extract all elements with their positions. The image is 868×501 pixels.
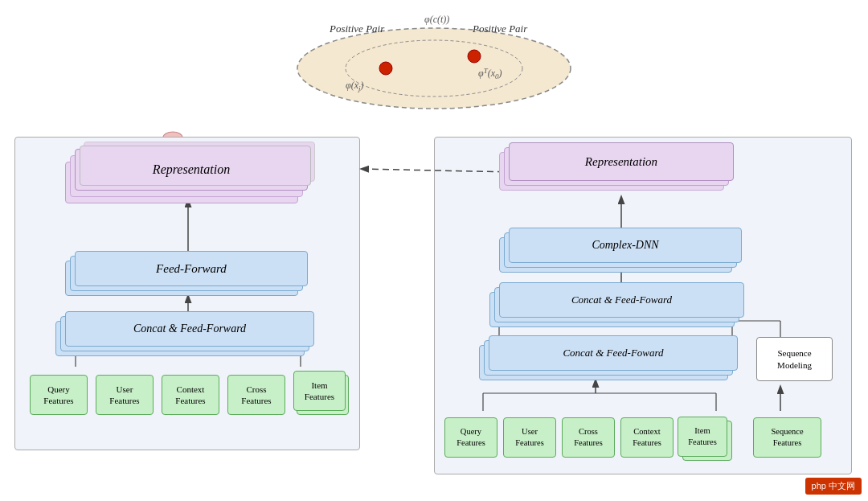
svg-text:φT(x0): φT(x0) xyxy=(478,67,502,80)
right-concat-ff-top-label: Concat & Feed-Foward xyxy=(571,294,672,306)
right-concat-ff-bottom-label: Concat & Feed-Foward xyxy=(563,347,663,359)
right-cross-features: CrossFeatures xyxy=(574,426,603,448)
watermark: php 中文网 xyxy=(805,478,862,495)
right-sequence-features: Sequence Features xyxy=(759,426,816,448)
right-query-features: QueryFeatures xyxy=(457,426,485,448)
right-item-features: ItemFeatures xyxy=(688,425,717,447)
right-representation-label: Representation xyxy=(585,155,657,169)
svg-point-2 xyxy=(379,62,392,75)
svg-text:Positive Pair: Positive Pair xyxy=(472,23,528,35)
left-user-features: UserFeatures xyxy=(109,384,139,407)
svg-point-3 xyxy=(468,50,481,63)
left-diagram-box: Representation Feed-Forward Concat & Fee… xyxy=(14,137,360,450)
left-concat-ff-label: Concat & Feed-Forward xyxy=(133,322,246,335)
svg-text:φ(c(t)): φ(c(t)) xyxy=(424,14,449,25)
left-representation-label: Representation xyxy=(153,162,230,177)
right-diagram-box: Representation Complex-DNN xyxy=(434,137,852,474)
left-context-features: ContextFeatures xyxy=(175,384,205,407)
left-query-features: QueryFeatures xyxy=(43,384,73,407)
left-feed-forward-label: Feed-Forward xyxy=(156,262,227,276)
left-item-features: ItemFeatures xyxy=(305,380,334,403)
right-user-features: UserFeatures xyxy=(515,426,544,448)
svg-text:Positive Pair: Positive Pair xyxy=(329,23,385,35)
top-ellipse-area: Positive Pair Positive Pair φ(xj) φT(x0)… xyxy=(281,8,587,113)
left-cross-features: CrossFeatures xyxy=(241,384,271,407)
right-complex-dnn-label: Complex-DNN xyxy=(592,239,658,252)
svg-text:φ(xj): φ(xj) xyxy=(346,80,363,92)
right-context-features: ContextFeatures xyxy=(633,426,661,448)
right-sequence-modeling-label: Sequence Modeling xyxy=(764,347,825,371)
